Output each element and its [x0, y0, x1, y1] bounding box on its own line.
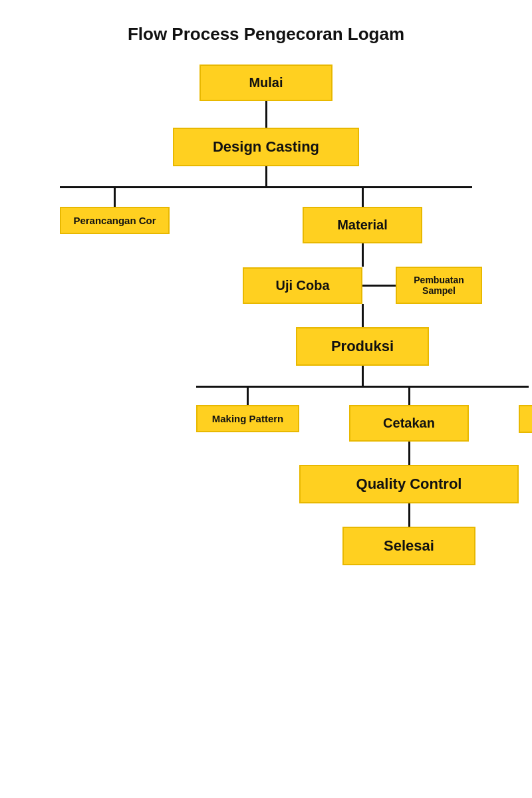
col-cetakan: Cetakan Quality Control Selesai [299, 388, 519, 565]
node-mulai: Mulai [200, 65, 332, 101]
branch-cols: Perancangan Cor Material Uji Coba Pembua… [60, 188, 472, 565]
branch2-cols: Making Pattern Cetakan Quality Control [196, 388, 529, 565]
col-peleburan: Peleburan [519, 388, 532, 433]
connector-mulai-design [265, 101, 267, 128]
branch-produksi: Making Pattern Cetakan Quality Control [170, 386, 532, 565]
node-produksi: Produksi [296, 327, 429, 366]
node-peleburan: Peleburan [519, 405, 532, 433]
col-making-pattern: Making Pattern [196, 388, 299, 432]
v-qc-selesai [408, 503, 410, 527]
node-material: Material [303, 207, 422, 243]
v-perancangan [114, 188, 116, 207]
node-pembuatan-sampel: Pembuatan Sampel [396, 267, 482, 304]
connector-design-branch [265, 166, 267, 186]
v-uji-produksi [362, 304, 364, 327]
col-material: Material Uji Coba Pembuatan Sampel Produ… [170, 188, 532, 565]
node-making-pattern: Making Pattern [196, 405, 299, 432]
node-uji-coba: Uji Coba [243, 267, 362, 304]
node-selesai: Selesai [342, 527, 475, 565]
h-connector-sampel [362, 285, 396, 287]
v-making-pattern [247, 388, 249, 405]
page-title: Flow Process Pengecoran Logam [128, 24, 404, 45]
v-produksi-branch [362, 366, 364, 386]
uji-coba-row: Uji Coba Pembuatan Sampel [243, 267, 482, 304]
node-design-casting: Design Casting [173, 128, 359, 166]
v-cetakan-bottom [408, 442, 410, 465]
node-perancangan-cor: Perancangan Cor [60, 207, 170, 234]
node-quality-control: Quality Control [299, 465, 519, 503]
col-perancangan: Perancangan Cor [60, 188, 170, 234]
branch-design: Perancangan Cor Material Uji Coba Pembua… [27, 186, 505, 565]
v-material-bottom [362, 243, 364, 267]
v-cetakan-top [408, 388, 410, 405]
v-material-top [362, 188, 364, 207]
node-cetakan: Cetakan [349, 405, 469, 442]
flowchart: Flow Process Pengecoran Logam Mulai Desi… [0, 0, 532, 565]
